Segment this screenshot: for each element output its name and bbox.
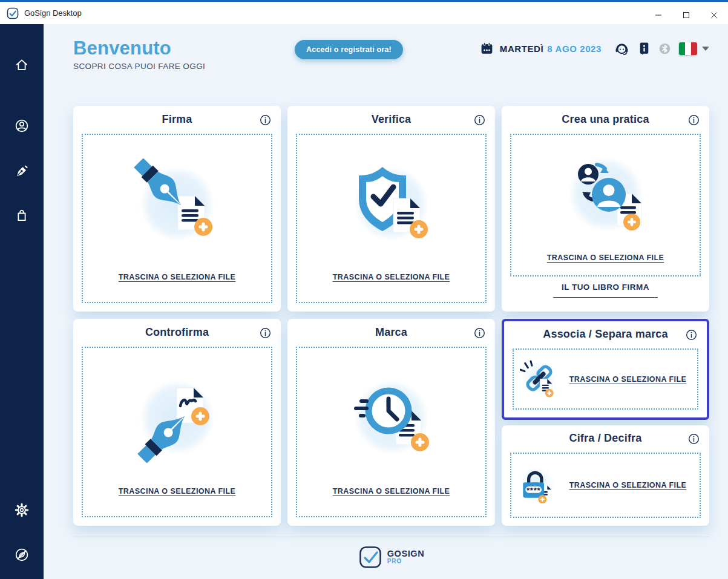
shield-check-document-icon (346, 135, 437, 273)
user-manual-icon[interactable] (638, 41, 651, 56)
card-title: Associa / Separa marca (543, 328, 668, 340)
language-flag-italy[interactable] (679, 42, 697, 55)
compact-cards-stack: Associa / Separa marca (502, 319, 709, 526)
bluetooth-icon[interactable] (658, 42, 671, 55)
close-button[interactable] (700, 4, 728, 26)
footer: GOSIGN PRO (73, 537, 709, 569)
titlebar: GoSign Desktop (0, 0, 728, 24)
drag-select-link[interactable]: TRASCINA O SELEZIONA FILE (556, 481, 700, 489)
settings-gear-icon[interactable] (14, 502, 30, 518)
dropzone-controfirma[interactable]: TRASCINA O SELEZIONA FILE (82, 347, 272, 517)
card-title: Cifra / Decifra (569, 432, 641, 444)
shop-bag-icon[interactable] (14, 208, 30, 223)
card-firma: Firma (73, 106, 281, 312)
users-swap-document-icon (560, 135, 651, 254)
info-icon[interactable] (688, 114, 700, 126)
logo-tier-text: PRO (387, 558, 425, 565)
pen-signature-document-icon (132, 348, 223, 487)
app-logo-icon (6, 7, 19, 20)
date-value: 8 AGO 2023 (547, 44, 602, 54)
info-icon[interactable] (474, 114, 485, 126)
card-title: Marca (375, 326, 407, 338)
header: Benvenuto SCOPRI COSA PUOI FARE OGGI Acc… (73, 24, 709, 71)
dropzone-firma[interactable]: TRASCINA O SELEZIONA FILE (82, 134, 272, 303)
dropzone-crea-pratica[interactable]: TRASCINA O SELEZIONA FILE (510, 134, 701, 276)
padlock-document-icon: **** (517, 465, 556, 506)
card-associa-separa-marca: Associa / Separa marca (502, 319, 709, 420)
clock-document-icon (346, 348, 437, 487)
card-title: Verifica (372, 113, 412, 125)
main-content: Benvenuto SCOPRI COSA PUOI FARE OGGI Acc… (44, 24, 728, 579)
svg-text:****: **** (526, 486, 541, 495)
profile-icon[interactable] (14, 118, 30, 134)
minimize-button[interactable] (644, 4, 672, 26)
card-title: Crea una pratica (562, 113, 649, 125)
card-verifica: Verifica (287, 106, 495, 312)
dropzone-cifra[interactable]: **** TRASCINA O SELEZIONA FILE (510, 453, 701, 518)
support-headset-icon[interactable] (614, 41, 630, 57)
info-icon[interactable] (260, 327, 271, 339)
page-title: Benvenuto (73, 38, 295, 59)
info-icon[interactable] (688, 433, 700, 445)
drag-select-link[interactable]: TRASCINA O SELEZIONA FILE (559, 375, 697, 384)
drag-select-link[interactable]: TRASCINA O SELEZIONA FILE (333, 273, 450, 281)
maximize-button[interactable] (672, 4, 700, 26)
eco-leaf-icon[interactable] (14, 547, 30, 563)
page-subtitle: SCOPRI COSA PUOI FARE OGGI (73, 62, 295, 71)
dropzone-marca[interactable]: TRASCINA O SELEZIONA FILE (296, 347, 487, 517)
card-marca: Marca (287, 319, 495, 526)
sidebar (0, 24, 44, 579)
window-title: GoSign Desktop (24, 8, 82, 18)
chevron-down-icon[interactable] (702, 47, 709, 51)
info-icon[interactable] (686, 329, 697, 341)
fountain-pen-document-icon (132, 135, 223, 273)
logo-brand-text: GOSIGN (387, 549, 425, 558)
card-title: Controfirma (145, 326, 209, 338)
libro-firma-link[interactable]: IL TUO LIBRO FIRMA (553, 283, 658, 298)
login-register-button[interactable]: Accedi o registrati ora! (295, 40, 403, 59)
card-cifra-decifra: Cifra / Decifra (502, 425, 709, 526)
drag-select-link[interactable]: TRASCINA O SELEZIONA FILE (547, 254, 664, 262)
info-icon[interactable] (474, 327, 485, 339)
cards-grid: Firma (73, 106, 709, 526)
home-icon[interactable] (14, 57, 30, 73)
card-controfirma: Controfirma (73, 319, 281, 526)
calendar-icon (479, 41, 494, 56)
gosign-check-icon (358, 545, 382, 569)
signature-pen-icon[interactable] (14, 163, 30, 179)
drag-select-link[interactable]: TRASCINA O SELEZIONA FILE (119, 273, 236, 281)
drag-select-link[interactable]: TRASCINA O SELEZIONA FILE (333, 487, 450, 496)
card-crea-una-pratica: Crea una pratica (502, 106, 709, 312)
card-title: Firma (162, 113, 192, 125)
dropzone-associa[interactable]: TRASCINA O SELEZIONA FILE (513, 348, 698, 410)
date-weekday: MARTEDÌ (500, 44, 544, 54)
dropzone-verifica[interactable]: TRASCINA O SELEZIONA FILE (296, 134, 487, 303)
gosign-pro-logo: GOSIGN PRO (358, 545, 425, 569)
drag-select-link[interactable]: TRASCINA O SELEZIONA FILE (119, 487, 236, 496)
chain-link-document-icon (520, 359, 559, 400)
info-icon[interactable] (260, 114, 271, 126)
